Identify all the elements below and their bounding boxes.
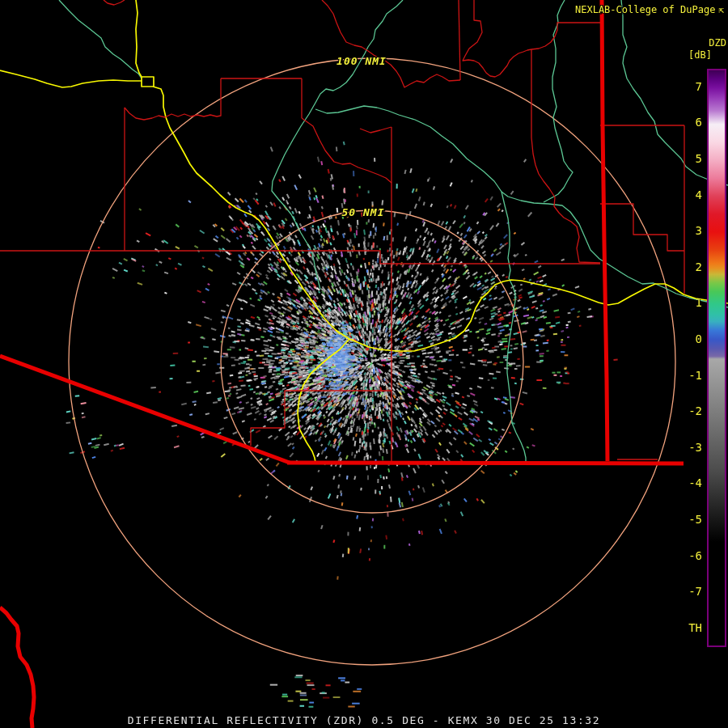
county-borders-line xyxy=(531,23,600,49)
county-borders-line xyxy=(360,127,392,133)
colorbar-tick-label: 0 xyxy=(665,332,702,345)
colorbar-tick-label: -6 xyxy=(665,549,702,562)
site-banner: NEXLAB-College of DuPage⇱ xyxy=(453,4,724,15)
county-borders-line xyxy=(251,391,364,446)
highways-line xyxy=(136,0,142,77)
county-borders-line xyxy=(0,251,600,264)
colorbar-units-label: [dB] xyxy=(663,49,712,61)
colorbar-tick-label: -5 xyxy=(665,513,702,526)
colorbar-product-label: DZD xyxy=(679,37,726,49)
range-ring xyxy=(69,58,675,665)
county-borders-line xyxy=(322,0,460,87)
colorbar-threshold-label: TH xyxy=(668,621,702,634)
rivers-line xyxy=(502,192,526,462)
state-borders-line xyxy=(0,607,34,728)
college-of-dupage-logo-icon: ⇱ xyxy=(718,5,724,15)
state-borders-line xyxy=(602,0,607,461)
colorbar-tick-label: -1 xyxy=(665,369,702,382)
highways-line xyxy=(0,70,142,87)
range-ring-label-100nmi: 100 NMI xyxy=(321,55,402,67)
map-overlay xyxy=(0,0,728,728)
range-ring-label-50nmi: 50 NMI xyxy=(326,206,400,218)
colorbar-tick-label: -7 xyxy=(665,585,702,598)
colorbar-tick-label: -3 xyxy=(665,441,702,454)
colorbar-tick-label: 4 xyxy=(665,188,702,201)
colorbar xyxy=(707,69,726,647)
radar-display: 100 NMI 50 NMI NEXLAB-College of DuPage⇱… xyxy=(0,0,728,728)
rivers-line xyxy=(272,0,403,290)
highways-line xyxy=(298,339,349,463)
colorbar-tick-label: -4 xyxy=(665,476,702,489)
county-borders-line xyxy=(302,118,392,183)
colorbar-tick-label: 6 xyxy=(665,116,702,129)
county-borders-line xyxy=(531,49,600,263)
colorbar-tick-label: 7 xyxy=(665,80,702,93)
state-borders-line xyxy=(0,356,290,463)
colorbar-tick-label: 5 xyxy=(665,152,702,165)
county-borders-line xyxy=(125,78,221,120)
highways-line xyxy=(142,77,154,87)
colorbar-tick-label: 3 xyxy=(665,224,702,237)
product-caption: DIFFERENTIAL REFLECTIVITY (ZDR) 0.5 DEG … xyxy=(0,714,728,726)
site-banner-text: NEXLAB-College of DuPage xyxy=(575,4,715,15)
range-ring xyxy=(221,210,523,513)
colorbar-tick-label: 2 xyxy=(665,260,702,273)
colorbar-tick-label: 1 xyxy=(665,296,702,309)
rivers-line xyxy=(59,0,142,78)
county-borders-line xyxy=(104,0,125,5)
rivers-line xyxy=(544,0,573,202)
colorbar-gradient xyxy=(709,70,725,645)
state-borders-line xyxy=(287,463,684,463)
colorbar-tick-label: -2 xyxy=(665,404,702,417)
